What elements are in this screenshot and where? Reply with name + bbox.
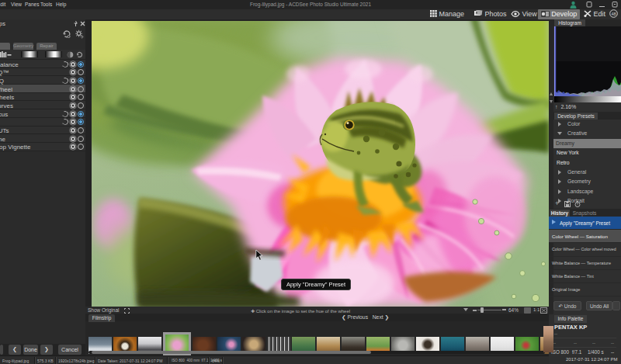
svg-text:48: 48 <box>611 12 616 16</box>
